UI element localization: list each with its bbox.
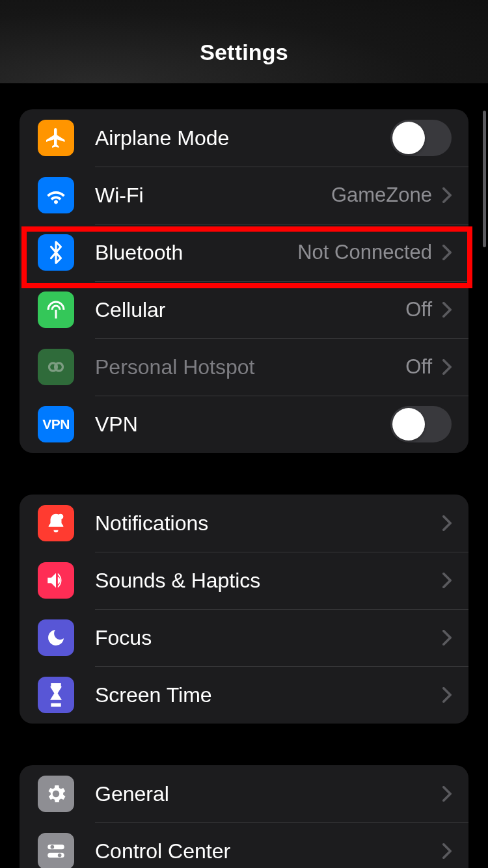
general-label: General: [95, 782, 442, 806]
chevron-icon: [442, 187, 452, 203]
hotspot-value: Off: [405, 355, 432, 379]
hotspot-label: Personal Hotspot: [95, 355, 405, 379]
svg-point-6: [58, 854, 62, 858]
row-control-center[interactable]: Control Center: [20, 822, 468, 868]
focus-icon: [38, 619, 74, 656]
settings-group-network: Airplane Mode Wi-Fi GameZone Bluetooth N…: [20, 109, 468, 453]
chevron-icon: [442, 515, 452, 531]
settings-header: Settings: [0, 0, 488, 83]
chevron-icon: [442, 359, 452, 375]
airplane-label: Airplane Mode: [95, 126, 390, 150]
svg-rect-4: [47, 853, 64, 858]
notifications-label: Notifications: [95, 511, 442, 536]
chevron-icon: [442, 687, 452, 703]
wifi-label: Wi-Fi: [95, 183, 331, 208]
airplane-icon: [38, 120, 74, 156]
row-hotspot[interactable]: Personal Hotspot Off: [20, 338, 468, 396]
row-focus[interactable]: Focus: [20, 609, 468, 666]
row-notifications[interactable]: Notifications: [20, 495, 468, 552]
bluetooth-label: Bluetooth: [95, 241, 297, 265]
row-sounds[interactable]: Sounds & Haptics: [20, 552, 468, 609]
settings-group-system: General Control Center: [20, 765, 468, 868]
chevron-icon: [442, 843, 452, 859]
scrollbar[interactable]: [483, 111, 486, 247]
settings-group-alerts: Notifications Sounds & Haptics Focus Scr…: [20, 495, 468, 724]
vpn-label: VPN: [95, 413, 390, 437]
cellular-label: Cellular: [95, 298, 405, 322]
cellular-icon: [38, 292, 74, 328]
bluetooth-icon: [38, 234, 74, 271]
row-screentime[interactable]: Screen Time: [20, 666, 468, 724]
chevron-icon: [442, 630, 452, 645]
wifi-value: GameZone: [331, 183, 432, 207]
sounds-label: Sounds & Haptics: [95, 569, 442, 593]
wifi-icon: [38, 177, 74, 213]
airplane-toggle[interactable]: [390, 120, 452, 156]
vpn-toggle[interactable]: [390, 406, 452, 442]
chevron-icon: [442, 302, 452, 318]
control-center-label: Control Center: [95, 839, 442, 863]
notifications-icon: [38, 505, 74, 541]
settings-content: Airplane Mode Wi-Fi GameZone Bluetooth N…: [0, 83, 488, 868]
row-bluetooth[interactable]: Bluetooth Not Connected: [20, 224, 468, 281]
general-icon: [38, 776, 74, 812]
row-cellular[interactable]: Cellular Off: [20, 281, 468, 338]
bluetooth-value: Not Connected: [297, 241, 432, 264]
control-center-icon: [38, 833, 74, 868]
row-vpn[interactable]: VPN VPN: [20, 396, 468, 453]
cellular-value: Off: [405, 298, 432, 321]
chevron-icon: [442, 573, 452, 588]
svg-point-2: [58, 514, 64, 520]
chevron-icon: [442, 786, 452, 802]
svg-rect-3: [47, 845, 64, 849]
sounds-icon: [38, 562, 74, 599]
row-wifi[interactable]: Wi-Fi GameZone: [20, 167, 468, 224]
svg-point-5: [51, 845, 55, 849]
vpn-icon: VPN: [38, 406, 74, 442]
hotspot-icon: [38, 349, 74, 385]
chevron-icon: [442, 245, 452, 260]
row-airplane-mode[interactable]: Airplane Mode: [20, 109, 468, 167]
screentime-icon: [38, 677, 74, 713]
page-title: Settings: [200, 40, 288, 65]
focus-label: Focus: [95, 626, 442, 650]
row-general[interactable]: General: [20, 765, 468, 822]
screentime-label: Screen Time: [95, 683, 442, 707]
